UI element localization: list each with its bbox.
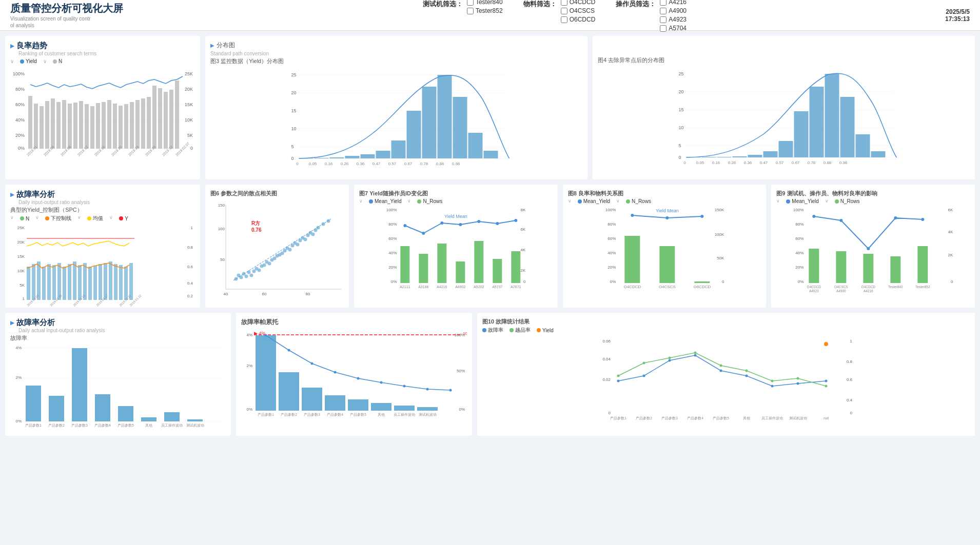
svg-text:40%: 40% xyxy=(796,251,804,255)
svg-text:150K: 150K xyxy=(714,208,724,212)
yield-material-chart: 100% 80% 60% 40% 20% 0% 150K 100K 50K 0 xyxy=(568,205,761,297)
svg-point-368 xyxy=(669,357,671,359)
svg-rect-277 xyxy=(891,256,901,283)
svg-text:100%: 100% xyxy=(13,71,25,76)
yield-trend-legend: ∨ Yield ∨ N xyxy=(10,58,195,64)
svg-rect-29 xyxy=(90,106,94,149)
svg-point-279 xyxy=(813,215,816,218)
o4cscs-checkbox[interactable] xyxy=(561,8,567,14)
a4923-checkbox[interactable] xyxy=(660,16,667,23)
svg-point-282 xyxy=(894,216,897,219)
fault-stats-chart: 0.06 0.04 0.02 0 1 0.8 0.6 0.4 0 xyxy=(482,335,970,427)
svg-point-375 xyxy=(824,342,828,346)
svg-rect-255 xyxy=(659,246,675,283)
svg-rect-104 xyxy=(702,157,716,157)
tester840-checkbox[interactable] xyxy=(467,0,474,6)
datetime-display: 2025/5/5 17:35:13 xyxy=(945,8,970,23)
tester852-option[interactable]: Tester852 xyxy=(467,7,503,14)
svg-text:产品参数3: 产品参数3 xyxy=(661,416,678,420)
svg-text:80%: 80% xyxy=(15,87,25,92)
svg-point-373 xyxy=(797,377,799,380)
svg-point-194 xyxy=(283,249,287,253)
o6cdcd-option[interactable]: O6CDCD xyxy=(561,16,596,23)
svg-rect-69 xyxy=(330,157,344,158)
svg-text:4K: 4K xyxy=(521,248,526,252)
svg-point-209 xyxy=(327,219,330,223)
svg-text:O4CDCD: O4CDCD xyxy=(623,285,641,289)
svg-rect-74 xyxy=(407,111,421,158)
a5704-checkbox[interactable] xyxy=(660,25,667,32)
svg-rect-152 xyxy=(99,264,102,300)
svg-text:2%: 2% xyxy=(246,364,252,368)
a4216-option[interactable]: A4216 xyxy=(660,0,687,6)
svg-text:5K: 5K xyxy=(19,283,25,288)
o4cscs-option[interactable]: O4CSCS xyxy=(561,7,596,14)
scatter-title: 图6 参数之间的散点相关图 xyxy=(210,190,344,197)
svg-rect-323 xyxy=(256,335,276,411)
a4923-option[interactable]: A4923 xyxy=(660,16,687,23)
o4cdcd-checkbox[interactable] xyxy=(561,0,567,6)
svg-text:产品参数4: 产品参数4 xyxy=(327,413,343,417)
svg-text:1: 1 xyxy=(850,339,853,344)
operator-filter: 操作员筛选： A4216 A4900 A4923 A5704 xyxy=(616,0,687,32)
a4216-checkbox[interactable] xyxy=(660,0,667,6)
yield-machine-title: 图9 测试机、操作员、物料对良率的影响 xyxy=(776,190,970,197)
svg-point-188 xyxy=(268,262,271,266)
svg-point-372 xyxy=(771,380,774,382)
svg-line-210 xyxy=(233,219,331,280)
svg-text:A4216: A4216 xyxy=(437,285,447,289)
svg-point-182 xyxy=(252,270,256,273)
svg-text:40%: 40% xyxy=(607,251,616,255)
svg-rect-34 xyxy=(119,106,123,149)
a4900-checkbox[interactable] xyxy=(660,8,667,14)
yield-dot xyxy=(20,59,24,64)
svg-point-367 xyxy=(643,362,645,365)
svg-text:20: 20 xyxy=(679,89,684,94)
svg-rect-113 xyxy=(840,97,855,157)
legend-y: Y xyxy=(119,215,128,222)
svg-rect-71 xyxy=(361,154,375,158)
svg-text:0: 0 xyxy=(190,146,193,151)
pareto-chart: 4% 2% 0% 100% 50% 0% ▶ 4% 100% xyxy=(241,329,467,431)
a5704-option[interactable]: A5704 xyxy=(660,25,687,32)
legend-lower: 下控制线 xyxy=(45,215,71,222)
o4cdcd-option[interactable]: O4CDCD xyxy=(561,0,596,6)
tester840-option[interactable]: Tester840 xyxy=(467,0,503,6)
dist-title: 分布图 xyxy=(217,41,235,50)
tester852-checkbox[interactable] xyxy=(467,8,474,14)
scatter-chart: 150 100 50 40 60 80 R方 0.76 xyxy=(210,199,344,302)
svg-text:A5737: A5737 xyxy=(492,285,502,289)
svg-text:4%: 4% xyxy=(15,346,22,350)
svg-point-280 xyxy=(840,219,843,222)
svg-rect-302 xyxy=(118,406,133,421)
row2: 故障率分析 Daily input-output ratio analysis … xyxy=(5,185,975,308)
svg-text:O4CDCD: O4CDCD xyxy=(861,285,876,289)
svg-text:6K: 6K xyxy=(948,208,953,212)
svg-point-363 xyxy=(771,385,774,388)
svg-text:10: 10 xyxy=(291,126,297,131)
o6cdcd-checkbox[interactable] xyxy=(561,16,567,23)
svg-text:0.02: 0.02 xyxy=(602,377,611,382)
svg-rect-111 xyxy=(810,87,824,157)
svg-rect-32 xyxy=(107,100,111,149)
svg-rect-40 xyxy=(152,86,156,149)
chart4-label: 图4 去除异常点后的分布图 xyxy=(598,56,970,64)
svg-text:50K: 50K xyxy=(717,256,724,260)
svg-text:产品参数4: 产品参数4 xyxy=(94,423,111,428)
svg-text:Yield Mean: Yield Mean xyxy=(656,208,679,213)
svg-text:产品参数3: 产品参数3 xyxy=(71,423,88,428)
svg-text:40%: 40% xyxy=(388,251,397,255)
svg-rect-148 xyxy=(78,265,82,300)
svg-text:0.26: 0.26 xyxy=(341,162,349,166)
yield-operator-title: 图7 Yield随操作员ID变化图 xyxy=(359,190,553,197)
svg-text:15: 15 xyxy=(291,108,297,113)
svg-point-362 xyxy=(746,375,748,377)
svg-text:0.98: 0.98 xyxy=(452,162,460,166)
svg-rect-142 xyxy=(47,264,51,300)
svg-text:产品参数1: 产品参数1 xyxy=(610,416,626,420)
svg-text:5: 5 xyxy=(679,143,681,148)
svg-rect-146 xyxy=(68,264,71,300)
a4900-option[interactable]: A4900 xyxy=(660,7,687,14)
n-dot xyxy=(53,59,57,64)
svg-text:25: 25 xyxy=(291,72,297,77)
